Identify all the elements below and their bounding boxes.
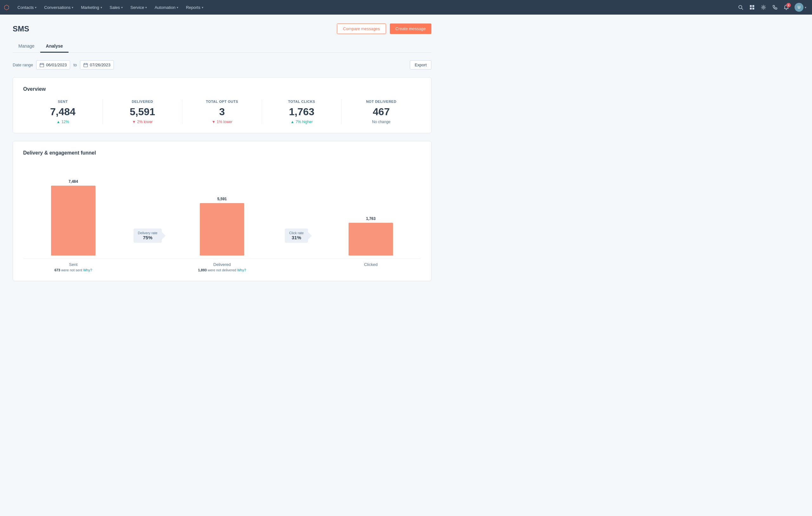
funnel-arrow-value-1: 31% [289,235,304,240]
nav-sales[interactable]: Sales ▾ [107,3,126,12]
stat-delivered: DELIVERED 5,591 2% lower [103,100,182,124]
stat-delivered-change: 2% lower [108,120,177,124]
funnel-bar-col-0: 7,484 [29,179,117,255]
chevron-down-icon: ▾ [121,6,123,9]
create-message-button[interactable]: Create message [390,24,431,34]
overview-card: Overview SENT 7,484 12% DELIVERED 5,591 … [13,77,431,133]
funnel-bar-1 [200,203,244,255]
stat-not-delivered-value: 467 [347,106,416,118]
main-content: SMS Compare messages Create message Mana… [0,15,444,298]
arrow-down-icon [132,120,136,124]
funnel-bar-value-1: 5,591 [217,197,227,201]
header-actions: Compare messages Create message [337,24,431,34]
chevron-down-icon: ▾ [202,6,203,9]
chevron-down-icon: ▾ [145,6,147,9]
stat-sent-value: 7,484 [28,106,97,118]
chevron-down-icon: ▾ [100,6,102,9]
funnel-title: Delivery & engagement funnel [23,150,421,156]
svg-line-1 [742,8,743,9]
stat-delivered-value: 5,591 [108,106,177,118]
funnel-labels-row: Sent673 were not sent Why?Delivered1,893… [23,259,421,272]
nav-service[interactable]: Service ▾ [127,3,150,12]
svg-rect-7 [40,63,44,67]
date-to-input[interactable]: 07/26/2023 [80,60,114,70]
date-from-value: 06/01/2023 [46,62,67,67]
svg-point-6 [763,7,764,8]
funnel-label-spacer-1 [266,259,327,272]
funnel-arrow-col-1: Click rate31% [266,228,327,255]
calendar-icon [40,63,44,67]
marketplace-button[interactable] [747,2,757,12]
calendar-icon [83,63,88,67]
search-button[interactable] [735,2,746,12]
funnel-bar-value-0: 7,484 [68,179,78,184]
tab-manage[interactable]: Manage [13,40,40,53]
compare-messages-button[interactable]: Compare messages [337,24,386,34]
funnel-label-sub-1: 1,893 were not delivered Why? [178,268,266,272]
stats-row: SENT 7,484 12% DELIVERED 5,591 2% lower … [23,100,421,124]
funnel-label-name-0: Sent [29,262,117,267]
date-separator: to [73,62,77,67]
nav-contacts[interactable]: Contacts ▾ [14,3,40,12]
nav-conversations[interactable]: Conversations ▾ [41,3,77,12]
funnel-label-name-2: Clicked [327,262,414,267]
settings-button[interactable] [758,2,768,12]
date-to-value: 07/26/2023 [90,62,110,67]
funnel-arrow-label-0: Delivery rate [138,231,157,235]
funnel-arrow-1: Click rate31% [285,228,308,243]
funnel-bar-2 [349,223,393,255]
funnel-label-col-0: Sent673 were not sent Why? [29,259,117,272]
funnel-arrow-value-0: 75% [138,235,157,240]
chevron-down-icon: ▾ [72,6,73,9]
phone-button[interactable] [770,2,780,12]
tab-analyse[interactable]: Analyse [40,40,69,53]
funnel-arrow-label-1: Click rate [289,231,304,235]
stat-not-delivered-change: No change [347,120,416,124]
funnel-label-col-2: Clicked [327,259,414,272]
nav-reports[interactable]: Reports ▾ [183,3,206,12]
stat-sent-label: SENT [28,100,97,104]
stat-delivered-label: DELIVERED [108,100,177,104]
tab-bar: Manage Analyse [13,40,431,53]
export-button[interactable]: Export [410,60,431,70]
svg-rect-11 [84,63,88,67]
arrow-up-icon [56,120,60,124]
stat-not-delivered-label: NOT DELIVERED [347,100,416,104]
nav-marketing[interactable]: Marketing ▾ [78,3,105,12]
stat-total-clicks-change: 7% higher [267,120,336,124]
stat-opt-outs: TOTAL OPT OUTS 3 1% lower [182,100,262,124]
filter-bar: Date range 06/01/2023 to 07/26/2023 Expo… [13,60,431,70]
user-avatar-button[interactable]: U ▾ [793,2,808,13]
hubspot-logo[interactable]: ⬡ [4,3,9,11]
stat-sent: SENT 7,484 12% [23,100,103,124]
funnel-label-col-1: Delivered1,893 were not delivered Why? [178,259,266,272]
chevron-down-icon: ▾ [177,6,178,9]
top-navigation: ⬡ Contacts ▾ Conversations ▾ Marketing ▾… [0,0,812,15]
nav-icon-group: 1 U ▾ [735,2,808,13]
stat-opt-outs-value: 3 [187,106,257,118]
chevron-down-icon: ▾ [805,6,806,9]
funnel-label-name-1: Delivered [178,262,266,267]
stat-opt-outs-label: TOTAL OPT OUTS [187,100,257,104]
date-from-input[interactable]: 06/01/2023 [36,60,70,70]
svg-rect-2 [750,5,752,7]
stat-total-clicks-label: TOTAL CLICKS [267,100,336,104]
date-range-label: Date range [13,62,33,67]
funnel-why-link-0[interactable]: Why? [83,268,92,272]
funnel-bar-col-1: 5,591 [178,197,266,255]
avatar: U [794,3,804,12]
funnel-bar-col-2: 1,763 [327,216,414,255]
funnel-why-link-1[interactable]: Why? [237,268,246,272]
stat-opt-outs-change: 1% lower [187,120,257,124]
notifications-button[interactable]: 1 [781,2,791,12]
funnel-bar-value-2: 1,763 [366,216,376,221]
date-range-filter: Date range 06/01/2023 to 07/26/2023 [13,60,114,70]
stat-total-clicks-value: 1,763 [267,106,336,118]
svg-rect-5 [752,8,754,9]
overview-title: Overview [23,86,421,92]
nav-automation[interactable]: Automation ▾ [151,3,181,12]
funnel-chart: 7,484Delivery rate75%5,591Click rate31%1… [23,163,421,272]
funnel-label-spacer-0 [117,259,178,272]
page-title: SMS [13,24,29,33]
stat-total-clicks: TOTAL CLICKS 1,763 7% higher [262,100,342,124]
